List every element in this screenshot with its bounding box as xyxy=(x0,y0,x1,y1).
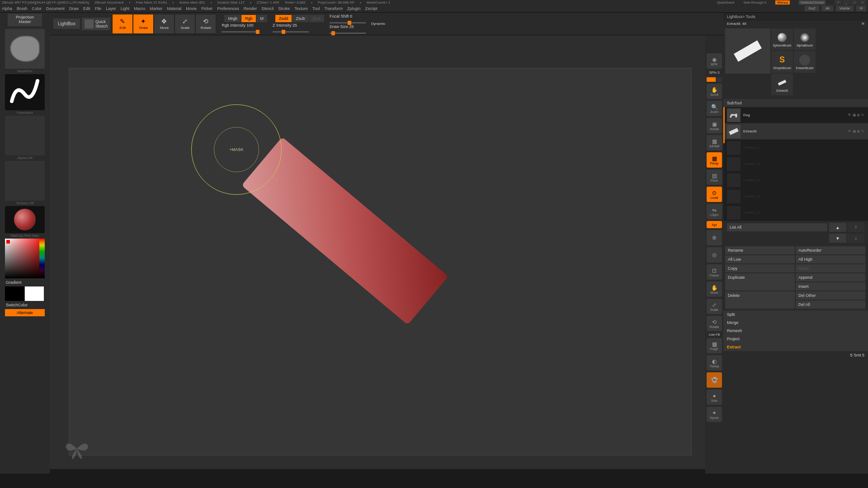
maximize-icon[interactable]: □ xyxy=(851,0,858,5)
mesh-object[interactable] xyxy=(232,136,458,326)
subtool-item-extract8[interactable]: Extract8 👁 ▣ ◐ ✎ xyxy=(723,123,868,140)
smt-slider[interactable]: S Smt 5 xyxy=(850,353,864,357)
alpha-thumbnail[interactable] xyxy=(5,116,45,155)
rgb-button[interactable]: Rgb xyxy=(241,15,256,22)
menu-macro[interactable]: Macro xyxy=(134,6,145,11)
menu-color[interactable]: Color xyxy=(32,6,42,11)
move-up-button[interactable]: ▲ xyxy=(829,223,846,232)
menu-marker[interactable]: Marker xyxy=(150,6,162,11)
help-icon[interactable]: ? xyxy=(835,0,842,5)
tool-r-button[interactable]: R xyxy=(862,22,864,26)
project-section[interactable]: Project xyxy=(723,335,868,343)
menu-layer[interactable]: Layer xyxy=(106,6,116,11)
menu-zscript[interactable]: Zscript xyxy=(365,6,377,11)
viewport[interactable]: +MASK xyxy=(69,68,692,455)
mini-eraserbrush[interactable]: EraserBrush xyxy=(794,51,816,73)
subtool-item-ghost[interactable]: Untitled_5 xyxy=(723,188,868,205)
white-swatch[interactable] xyxy=(25,286,44,301)
visibility-icons[interactable]: 👁 ▣ ◐ ✎ xyxy=(848,129,864,133)
bpr-button[interactable]: ◉BPR xyxy=(707,53,722,69)
subtool-header[interactable]: SubTool xyxy=(723,99,868,107)
actual-button[interactable]: ▣Actual xyxy=(707,118,722,133)
transp-button[interactable]: ◐Transp xyxy=(707,355,722,371)
secondary-color-swatch[interactable] xyxy=(6,239,10,244)
stroke-thumbnail[interactable] xyxy=(5,74,45,110)
menu-document[interactable]: Document xyxy=(46,6,65,11)
black-swatch[interactable] xyxy=(5,286,24,301)
menu-tool[interactable]: Tool xyxy=(312,6,320,11)
menu-render[interactable]: Render xyxy=(244,6,257,11)
projection-master-button[interactable]: Projection Master xyxy=(8,14,42,26)
menu-alpha[interactable]: Alpha xyxy=(2,6,12,11)
hue-bar[interactable] xyxy=(39,239,45,278)
remesh-section[interactable]: Remesh xyxy=(723,327,868,335)
autoreorder-button[interactable]: AutoReorder xyxy=(796,246,865,254)
m-button[interactable]: M xyxy=(256,15,267,22)
subtool-item-ghost[interactable]: Untitled_4 xyxy=(723,172,868,188)
edit-mode-button[interactable]: ✎Edit xyxy=(112,14,133,34)
menu-zplugin[interactable]: Zplugin xyxy=(347,6,361,11)
move-mode-button[interactable]: ✥Move xyxy=(154,14,175,34)
subtool-item-ghost[interactable]: Untitled_2 xyxy=(723,140,868,156)
menu-brush[interactable]: Brush xyxy=(17,6,28,11)
move-bottom-button[interactable]: ⤓ xyxy=(847,234,864,243)
switchcolor-button[interactable]: SwitchColor xyxy=(5,302,45,308)
duplicate-button[interactable]: Duplicate xyxy=(725,273,795,291)
z-intensity-slider[interactable]: Z Intensity 25 xyxy=(273,23,297,28)
xyz-button[interactable]: Xyz xyxy=(707,221,722,228)
draw-mode-button[interactable]: ✦Draw xyxy=(133,14,154,34)
spix-label[interactable]: SPix 3 xyxy=(709,70,719,75)
subtool-item-ghost[interactable]: Untitled_6 xyxy=(723,205,868,221)
gradient-toggle[interactable]: Gradient xyxy=(5,279,45,286)
menu-draw[interactable]: Draw xyxy=(69,6,79,11)
default-zscript[interactable]: DefaultZScript xyxy=(799,0,826,5)
merge-section[interactable]: Merge xyxy=(723,319,868,327)
rotate-mode-button[interactable]: ⟲Rotate xyxy=(195,14,216,34)
menus-toggle[interactable]: Menus xyxy=(775,0,790,5)
mini-extract8[interactable]: Extract8 xyxy=(771,74,793,95)
mini-spherebrush[interactable]: SphereBrush xyxy=(771,28,793,50)
aahalf-button[interactable]: ▦AAHalf xyxy=(707,135,722,150)
local-button[interactable]: ⊙Local xyxy=(707,187,722,202)
menu-movie[interactable]: Movie xyxy=(186,6,197,11)
ghost-button[interactable]: 👻 xyxy=(707,372,722,388)
scale-nav-button[interactable]: ⤢Scale xyxy=(707,299,722,314)
menu-stencil[interactable]: Stencil xyxy=(261,6,274,11)
subtool-item-dog[interactable]: Dog 👁 ▣ ◐ ✎ xyxy=(723,107,868,123)
menu-light[interactable]: Light xyxy=(121,6,130,11)
tool-thumbnail[interactable] xyxy=(725,28,770,74)
solo-button[interactable]: ●Solo xyxy=(707,389,722,405)
zcut-button[interactable]: Zcut xyxy=(309,15,325,22)
menu-texture[interactable]: Texture xyxy=(294,6,308,11)
texture-thumbnail[interactable] xyxy=(5,161,45,201)
transform-handle-icon[interactable]: ⊕ xyxy=(707,230,722,245)
rename-button[interactable]: Rename xyxy=(725,246,795,254)
close-icon[interactable]: × xyxy=(859,0,866,5)
subtool-item-ghost[interactable]: Untitled_3 xyxy=(723,156,868,172)
frame-button[interactable]: ⊡Frame xyxy=(707,264,722,280)
menu-material[interactable]: Material xyxy=(167,6,181,11)
visibility-icons[interactable]: 👁 ▣ ◐ ✎ xyxy=(848,113,864,117)
material-thumbnail[interactable] xyxy=(5,206,45,233)
zoom-button[interactable]: 🔍Zoom xyxy=(707,101,722,116)
mini-simplebrush[interactable]: SSimpleBrush xyxy=(771,51,793,73)
goz-all-button[interactable]: All xyxy=(822,5,833,11)
xpose-button[interactable]: ✦Xpose xyxy=(707,407,722,422)
zsub-button[interactable]: Zsub xyxy=(292,15,308,22)
insert-button[interactable]: Insert xyxy=(796,282,865,291)
polyf-button[interactable]: ▩PolyF xyxy=(707,338,722,353)
focal-shift-slider[interactable]: Focal Shift 0 xyxy=(330,14,352,19)
split-section[interactable]: Split xyxy=(723,310,868,319)
seethrough-slider[interactable]: See-through 0 xyxy=(744,0,767,5)
minimize-icon[interactable]: _ xyxy=(843,0,850,5)
move-down-button[interactable]: ▼ xyxy=(829,234,846,243)
move-nav-button[interactable]: ✋Move xyxy=(707,282,722,297)
quicksketch-button[interactable]: Quick Sketch xyxy=(82,18,111,30)
copy-button[interactable]: Copy xyxy=(725,264,795,272)
menu-edit[interactable]: Edit xyxy=(83,6,90,11)
rotate-nav-button[interactable]: ⟲Rotate xyxy=(707,316,722,331)
goz-r-button[interactable]: R xyxy=(856,5,866,11)
scale-mode-button[interactable]: ⤢Scale xyxy=(175,14,195,34)
floor-button[interactable]: ▤Floor xyxy=(707,169,722,185)
persp-button[interactable]: ▩Persp xyxy=(707,152,722,168)
